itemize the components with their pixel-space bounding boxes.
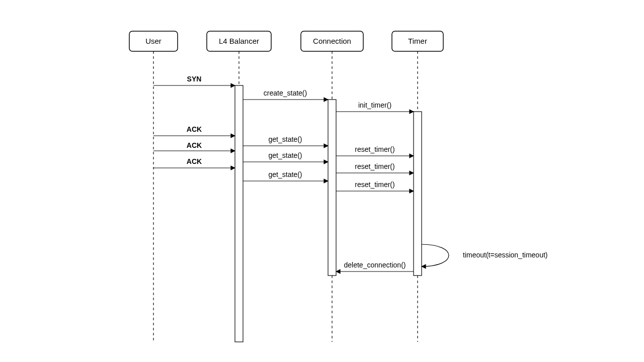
- actor-user: User: [129, 31, 178, 51]
- label-ack-3: ACK: [187, 157, 202, 165]
- activation-connection: [328, 100, 336, 276]
- label-ack-2: ACK: [187, 141, 202, 149]
- arrow-timeout-self: [422, 244, 449, 266]
- actor-connection-label: Connection: [313, 37, 351, 45]
- actor-timer: Timer: [392, 31, 443, 51]
- label-get-state-3: get_state(): [269, 170, 302, 178]
- label-create-state: create_state(): [264, 89, 307, 97]
- activation-timer: [414, 112, 422, 276]
- actor-balancer: L4 Balancer: [207, 31, 271, 51]
- sequence-diagram: User L4 Balancer Connection Timer SYN cr…: [0, 0, 644, 362]
- actor-user-label: User: [145, 37, 162, 45]
- label-reset-timer-1: reset_timer(): [355, 145, 394, 153]
- actor-balancer-label: L4 Balancer: [219, 37, 259, 45]
- actor-timer-label: Timer: [408, 37, 427, 45]
- label-init-timer: init_timer(): [358, 101, 391, 109]
- label-get-state-1: get_state(): [269, 135, 302, 143]
- label-timeout: timeout(t=session_timeout): [463, 251, 547, 259]
- label-get-state-2: get_state(): [269, 151, 302, 159]
- activation-balancer: [235, 85, 243, 342]
- label-reset-timer-3: reset_timer(): [355, 180, 394, 189]
- label-ack-1: ACK: [187, 125, 202, 133]
- label-syn: SYN: [187, 75, 202, 83]
- actor-connection: Connection: [301, 31, 363, 51]
- label-reset-timer-2: reset_timer(): [355, 162, 394, 170]
- label-delete-connection: delete_connection(): [344, 261, 406, 269]
